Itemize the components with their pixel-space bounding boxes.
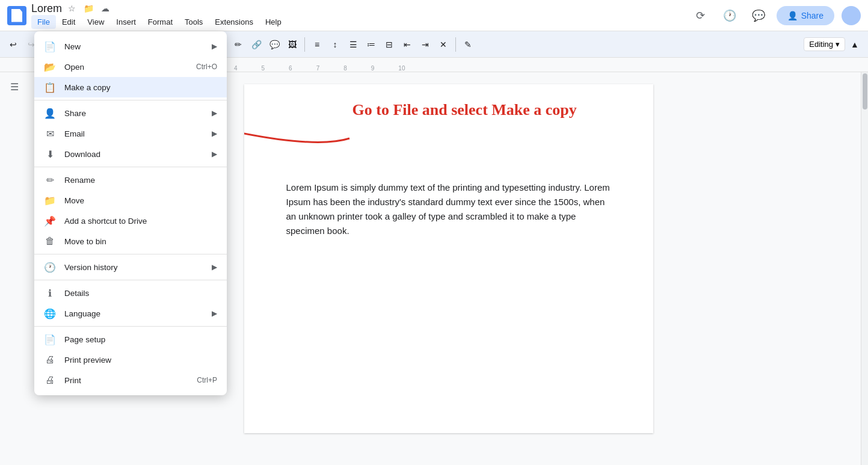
menu-item-move-to-bin[interactable]: 🗑 Move to bin — [34, 231, 227, 251]
number-list-button[interactable]: ⊟ — [381, 36, 398, 53]
menu-section-2: 👤 Share ▶ ✉ Email ▶ ⬇ Download ▶ — [34, 100, 227, 165]
download-label: Download — [64, 150, 203, 159]
menu-bar: File Edit View Insert Format Tools Exten… — [31, 15, 685, 29]
details-icon: ℹ — [44, 287, 56, 299]
collapse-toolbar-button[interactable]: ▲ — [846, 36, 863, 53]
indent-decrease-button[interactable]: ⇤ — [399, 36, 416, 53]
menu-item-move[interactable]: 📁 Move — [34, 190, 227, 211]
line-spacing-button[interactable]: ↕ — [327, 36, 343, 53]
title-row: Lorem ☆ 📁 ☁ — [31, 2, 685, 15]
clear-format-button[interactable]: ✕ — [435, 36, 452, 53]
menu-item-print-preview[interactable]: 🖨 Print preview — [34, 350, 227, 370]
sidebar-outline-icon[interactable]: ☰ — [5, 77, 24, 96]
comment-icon[interactable]: 💬 — [748, 5, 769, 26]
menu-insert[interactable]: Insert — [110, 15, 142, 29]
menu-help[interactable]: Help — [259, 15, 288, 29]
page-setup-label: Page setup — [64, 335, 217, 344]
menu-edit[interactable]: Edit — [56, 15, 81, 29]
language-icon: 🌐 — [44, 307, 56, 319]
menu-item-make-copy[interactable]: 📋 Make a copy — [34, 77, 227, 97]
menu-item-details[interactable]: ℹ Details — [34, 283, 227, 303]
menu-extensions[interactable]: Extensions — [209, 15, 259, 29]
doc-page: Go to File and select Make a copy Lorem … — [244, 84, 653, 433]
page-setup-icon: 📄 — [44, 333, 56, 345]
app-logo — [7, 6, 26, 25]
print-preview-label: Print preview — [64, 356, 217, 365]
menu-item-add-shortcut[interactable]: 📌 Add a shortcut to Drive — [34, 211, 227, 231]
bin-icon: 🗑 — [44, 235, 56, 247]
open-icon: 📂 — [44, 61, 56, 73]
annotation-text: Go to File and select Make a copy — [352, 101, 577, 119]
doc-body-text[interactable]: Lorem Ipsum is simply dummy text of the … — [286, 180, 611, 238]
clock-icon[interactable]: 🕐 — [719, 5, 740, 26]
email-icon: ✉ — [44, 128, 56, 140]
print-label: Print — [64, 376, 188, 385]
menu-tools[interactable]: Tools — [179, 15, 209, 29]
image-button[interactable]: 🖼 — [284, 36, 301, 53]
add-shortcut-label: Add a shortcut to Drive — [64, 217, 217, 226]
menu-item-rename[interactable]: ✏ Rename — [34, 170, 227, 190]
undo-button[interactable]: ↩ — [5, 36, 22, 53]
editing-label: Editing — [809, 40, 833, 49]
menu-item-language[interactable]: 🌐 Language ▶ — [34, 303, 227, 324]
title-icons: ☆ 📁 ☁ — [66, 2, 111, 14]
download-arrow: ▶ — [212, 150, 217, 158]
menu-view[interactable]: View — [81, 15, 110, 29]
details-label: Details — [64, 289, 217, 298]
move-to-bin-label: Move to bin — [64, 237, 217, 246]
menu-section-5: ℹ Details 🌐 Language ▶ — [34, 280, 227, 325]
version-history-label: Version history — [64, 263, 203, 272]
highlight-button[interactable]: ✏ — [230, 36, 247, 53]
copy-icon: 📋 — [44, 81, 56, 93]
menu-section-4: 🕐 Version history ▶ — [34, 254, 227, 279]
edit-icon: ✎ — [460, 36, 476, 53]
new-doc-icon: 📄 — [44, 40, 56, 52]
comment-button[interactable]: 💬 — [266, 36, 283, 53]
top-right: ⟳ 🕐 💬 👤 Share — [690, 5, 861, 26]
cloud-icon[interactable]: ☁ — [99, 2, 111, 14]
menu-item-download[interactable]: ⬇ Download ▶ — [34, 144, 227, 164]
make-copy-label: Make a copy — [64, 83, 217, 92]
sidebar: ☰ — [0, 72, 29, 465]
checklist-button[interactable]: ☰ — [345, 36, 362, 53]
align-button[interactable]: ≡ — [309, 36, 325, 53]
menu-section-3: ✏ Rename 📁 Move 📌 Add a shortcut to Driv… — [34, 167, 227, 253]
move-label: Move — [64, 196, 217, 205]
language-arrow: ▶ — [212, 309, 217, 318]
menu-item-open[interactable]: 📂 Open Ctrl+O — [34, 57, 227, 77]
open-label: Open — [64, 63, 188, 72]
rename-label: Rename — [64, 176, 217, 185]
share-icon: 👤 — [44, 107, 56, 119]
share-button[interactable]: 👤 Share — [777, 6, 834, 25]
menu-item-print[interactable]: 🖨 Print Ctrl+P — [34, 370, 227, 390]
menu-file[interactable]: File — [31, 15, 56, 29]
shortcut-icon: 📌 — [44, 215, 56, 227]
search-history-icon[interactable]: ⟳ — [690, 5, 712, 26]
doc-title: Lorem — [31, 2, 62, 15]
menu-item-share[interactable]: 👤 Share ▶ — [34, 103, 227, 123]
menu-item-version-history[interactable]: 🕐 Version history ▶ — [34, 257, 227, 277]
scrollbar[interactable] — [861, 72, 868, 465]
editing-mode-button[interactable]: Editing ▾ — [804, 37, 845, 51]
email-arrow: ▶ — [212, 129, 217, 138]
version-arrow: ▶ — [212, 263, 217, 271]
user-avatar[interactable] — [842, 6, 861, 25]
star-icon[interactable]: ☆ — [66, 2, 78, 14]
menu-section-6: 📄 Page setup 🖨 Print preview 🖨 Print Ctr… — [34, 326, 227, 392]
print-shortcut: Ctrl+P — [197, 376, 217, 384]
share-arrow: ▶ — [212, 109, 217, 117]
menu-item-new[interactable]: 📄 New ▶ — [34, 36, 227, 57]
indent-increase-button[interactable]: ⇥ — [417, 36, 434, 53]
scrollbar-thumb[interactable] — [863, 73, 867, 109]
menu-item-email[interactable]: ✉ Email ▶ — [34, 123, 227, 144]
editing-chevron: ▾ — [836, 40, 840, 49]
link-button[interactable]: 🔗 — [248, 36, 265, 53]
new-arrow: ▶ — [212, 42, 217, 51]
share-label: Share — [801, 11, 823, 20]
version-history-icon: 🕐 — [44, 261, 56, 273]
folder-icon[interactable]: 📁 — [82, 2, 94, 14]
share-label-dd: Share — [64, 109, 203, 118]
menu-item-page-setup[interactable]: 📄 Page setup — [34, 329, 227, 350]
bullet-list-button[interactable]: ≔ — [363, 36, 380, 53]
menu-format[interactable]: Format — [142, 15, 179, 29]
